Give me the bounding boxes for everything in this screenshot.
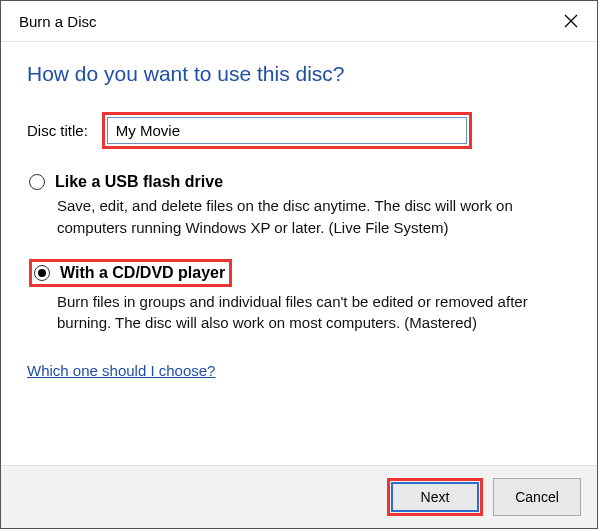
disc-title-label: Disc title: bbox=[27, 122, 88, 139]
dialog-footer: Next Cancel bbox=[1, 465, 597, 528]
disc-title-highlight bbox=[102, 112, 472, 149]
option-usb-title: Like a USB flash drive bbox=[55, 173, 223, 191]
dialog-content: How do you want to use this disc? Disc t… bbox=[1, 42, 597, 380]
next-button[interactable]: Next bbox=[391, 482, 479, 512]
close-button[interactable] bbox=[559, 9, 583, 33]
dialog-heading: How do you want to use this disc? bbox=[27, 62, 571, 86]
help-link[interactable]: Which one should I choose? bbox=[27, 362, 215, 379]
cancel-button[interactable]: Cancel bbox=[493, 478, 581, 516]
next-button-highlight: Next bbox=[387, 478, 483, 516]
option-usb: Like a USB flash drive Save, edit, and d… bbox=[27, 173, 571, 239]
window-title: Burn a Disc bbox=[19, 13, 97, 30]
close-icon bbox=[564, 14, 578, 28]
option-usb-desc: Save, edit, and delete files on the disc… bbox=[57, 195, 571, 239]
option-cddvd-header[interactable]: With a CD/DVD player bbox=[34, 264, 225, 282]
radio-usb[interactable] bbox=[29, 174, 45, 190]
option-cddvd: With a CD/DVD player Burn files in group… bbox=[27, 259, 571, 335]
titlebar: Burn a Disc bbox=[1, 1, 597, 42]
option-cddvd-desc: Burn files in groups and individual file… bbox=[57, 291, 571, 335]
option-usb-header[interactable]: Like a USB flash drive bbox=[29, 173, 571, 191]
option-cddvd-highlight: With a CD/DVD player bbox=[29, 259, 232, 287]
option-cddvd-title: With a CD/DVD player bbox=[60, 264, 225, 282]
disc-title-input[interactable] bbox=[107, 117, 467, 144]
disc-title-row: Disc title: bbox=[27, 112, 571, 149]
radio-cddvd[interactable] bbox=[34, 265, 50, 281]
burn-disc-dialog: Burn a Disc How do you want to use this … bbox=[0, 0, 598, 529]
